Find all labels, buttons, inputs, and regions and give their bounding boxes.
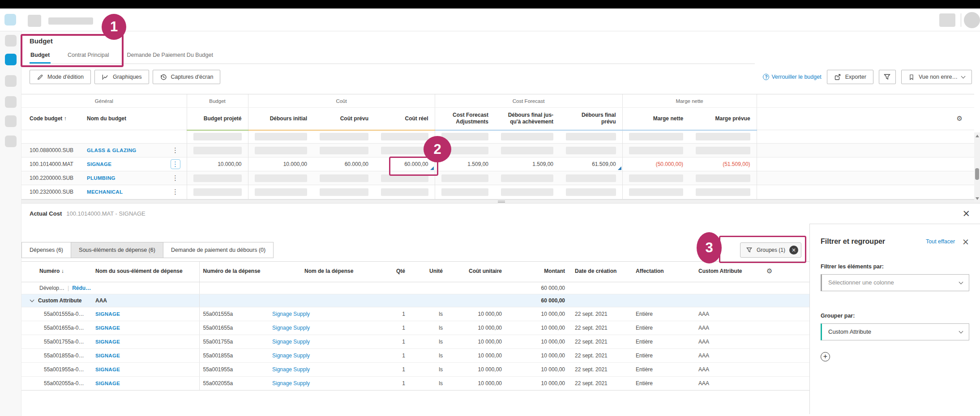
- tab-budget[interactable]: Budget: [30, 48, 51, 64]
- sub-element-name-link[interactable]: SIGNAGE: [95, 311, 120, 317]
- tab-depenses[interactable]: Dépenses (6): [21, 242, 71, 258]
- charts-button[interactable]: Graphiques: [94, 70, 149, 84]
- sidebar-item-5[interactable]: [5, 115, 17, 127]
- expense-name-link[interactable]: Signage Supply: [272, 311, 310, 317]
- panel-splitter[interactable]: [21, 200, 980, 204]
- expense-name-link[interactable]: Signage Supply: [272, 366, 310, 373]
- kebab-menu-icon[interactable]: ⋮: [171, 159, 180, 169]
- expand-all-link[interactable]: Dévelop…: [39, 285, 64, 291]
- gear-icon[interactable]: ⚙: [766, 267, 772, 275]
- splitter-drag-handle-icon[interactable]: [498, 201, 505, 203]
- saved-view-button[interactable]: Vue non enre…: [901, 70, 972, 84]
- tab-demande-paiement[interactable]: Demande De Paiement Du Budget: [126, 48, 214, 64]
- kebab-menu-icon[interactable]: ⋮: [171, 145, 180, 155]
- col-cout-reel[interactable]: Coût réel: [375, 108, 435, 130]
- col-debours-final-achevement[interactable]: Débours final jus-qu'à achèvement: [495, 108, 560, 130]
- col-nom-depense[interactable]: Nom de la dépense: [269, 261, 358, 282]
- col-budget-projete[interactable]: Budget projeté: [187, 108, 248, 130]
- col-cout-unitaire[interactable]: Coût unitaire: [454, 261, 508, 282]
- close-filter-panel-icon[interactable]: ×: [962, 237, 969, 246]
- scroll-down-icon[interactable]: [976, 197, 979, 200]
- header-menu-placeholder[interactable]: [939, 13, 955, 27]
- unit-cost-cell: 10 000,00: [454, 307, 508, 321]
- filter-column-select[interactable]: Sélectionner une colonne: [821, 274, 969, 291]
- sub-element-numero: 55a001855a-0…: [21, 348, 92, 362]
- clear-all-link[interactable]: Tout effacer: [926, 238, 955, 245]
- add-group-icon[interactable]: +: [821, 352, 830, 361]
- amount-cell: 10 000,00: [508, 321, 569, 335]
- expense-name-link[interactable]: Signage Supply: [272, 325, 310, 331]
- lock-budget-link[interactable]: ? Verrouiller le budget: [763, 74, 821, 80]
- col-code-budget[interactable]: Code budget ↑: [21, 108, 81, 130]
- app-logo[interactable]: [4, 14, 16, 25]
- kebab-menu-icon[interactable]: ⋮: [171, 187, 180, 197]
- filter-button[interactable]: [879, 70, 896, 84]
- group-by-select[interactable]: Custom Attribute: [821, 323, 969, 340]
- expense-name-link[interactable]: Signage Supply: [272, 339, 310, 345]
- col-affectation[interactable]: Affectation: [626, 261, 682, 282]
- col-cf-adjustments[interactable]: Cost Forecast Adjustments: [435, 108, 495, 130]
- table-settings-cell: ⚙: [757, 108, 974, 130]
- tab-contrat-principal[interactable]: Contrat Principal: [67, 48, 110, 64]
- unit-cost-cell: 10 000,00: [454, 335, 508, 348]
- vertical-scrollbar[interactable]: [974, 132, 980, 202]
- toolbar: Mode d'édition Graphiques Captures d'écr…: [30, 70, 972, 84]
- page-title: Budget: [30, 37, 980, 45]
- sidebar-item-1[interactable]: [5, 35, 17, 47]
- unit-cell: ls: [410, 321, 454, 335]
- sidebar-item-4[interactable]: [5, 96, 17, 108]
- budget-name-link[interactable]: GLASS & GLAZING: [87, 148, 137, 153]
- sub-element-name-link[interactable]: SIGNAGE: [95, 367, 120, 372]
- col-debours-final-prevu[interactable]: Débours final prévu: [560, 108, 622, 130]
- col-custom-attribute[interactable]: Custom Attribute: [682, 261, 756, 282]
- sidebar-item-budget-active[interactable]: [5, 54, 17, 65]
- budget-name-link[interactable]: SIGNAGE: [87, 161, 111, 167]
- col-date-creation[interactable]: Date de création: [569, 261, 626, 282]
- col-debours-initial[interactable]: Débours initial: [248, 108, 313, 130]
- avatar[interactable]: [964, 12, 980, 28]
- expense-name-link[interactable]: Signage Supply: [272, 352, 310, 359]
- created-date-cell: 22 sept. 2021: [569, 376, 626, 390]
- col-nom-budget[interactable]: Nom du budget: [81, 108, 187, 130]
- scroll-up-icon[interactable]: [976, 135, 979, 137]
- budget-table-row: 100.0880000.SUB GLASS & GLAZING⋮: [21, 144, 974, 157]
- clear-groups-icon[interactable]: ×: [789, 246, 798, 255]
- groups-filter-button[interactable]: Groupes (1) ×: [740, 242, 801, 258]
- nav-placeholder-icon[interactable]: [28, 15, 41, 27]
- sub-element-name-link[interactable]: SIGNAGE: [95, 381, 120, 386]
- col-marge-prevue[interactable]: Marge prévue: [689, 108, 757, 130]
- funnel-icon: [746, 247, 753, 253]
- col-montant[interactable]: Montant: [508, 261, 569, 282]
- sub-element-name-link[interactable]: SIGNAGE: [95, 353, 120, 358]
- export-button[interactable]: Exporter: [827, 70, 873, 84]
- scrollbar-thumb[interactable]: [975, 168, 979, 180]
- col-marge-nette[interactable]: Marge nette: [622, 108, 689, 130]
- sidebar-item-3[interactable]: [5, 75, 17, 87]
- screenshots-button[interactable]: Captures d'écran: [153, 70, 221, 84]
- unit-cell: ls: [410, 307, 454, 321]
- kebab-menu-icon[interactable]: ⋮: [171, 173, 180, 183]
- tab-demande-paiement-debours[interactable]: Demande de paiement du débours (0): [163, 242, 274, 258]
- sub-element-name-link[interactable]: SIGNAGE: [95, 339, 120, 344]
- close-detail-icon[interactable]: ×: [962, 209, 970, 218]
- budget-name-link[interactable]: MECHANICAL: [87, 189, 123, 195]
- col-numero-depense[interactable]: Numéro de la dépense: [199, 261, 269, 282]
- funnel-icon: [883, 73, 891, 81]
- tab-sous-elements[interactable]: Sous-éléments de dépense (6): [71, 242, 163, 258]
- sidebar-item-6[interactable]: [5, 136, 17, 147]
- sub-element-numero: 55a001555a-0…: [21, 307, 92, 321]
- col-numero[interactable]: Numéro ↓: [21, 261, 92, 282]
- col-unite[interactable]: Unité: [410, 261, 454, 282]
- edit-mode-button[interactable]: Mode d'édition: [30, 70, 91, 84]
- budget-name-link[interactable]: PLUMBING: [87, 175, 116, 181]
- col-nom-sous-element[interactable]: Nom du sous-élément de dépense: [92, 261, 199, 282]
- amount-cell: 10 000,00: [508, 307, 569, 321]
- collapse-all-link[interactable]: Rédu…: [72, 285, 91, 291]
- expense-name-link[interactable]: Signage Supply: [272, 380, 310, 386]
- gear-icon[interactable]: ⚙: [957, 115, 963, 123]
- budget-table-row: 100.1014000.MAT SIGNAGE⋮ 10.000,00 10.00…: [21, 157, 974, 171]
- group-row-custom-attribute: Custom Attribute AAA 60 000,00: [21, 294, 809, 307]
- col-qte[interactable]: Qté: [358, 261, 410, 282]
- col-cout-prevu[interactable]: Coût prévu: [313, 108, 375, 130]
- sub-element-name-link[interactable]: SIGNAGE: [95, 325, 120, 331]
